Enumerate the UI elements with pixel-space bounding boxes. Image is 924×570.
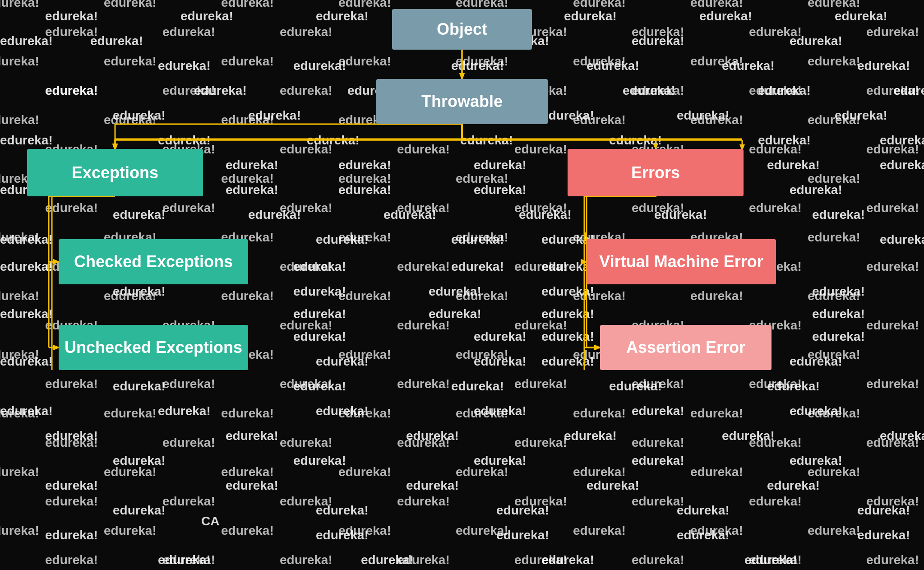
watermark-text: edureka! xyxy=(280,494,333,509)
watermark-text: edureka! xyxy=(316,528,369,542)
watermark-text: edureka! xyxy=(790,34,842,48)
watermark-text: edureka! xyxy=(866,25,919,39)
watermark-text: edureka! xyxy=(866,260,919,274)
watermark-text: edureka! xyxy=(248,108,301,123)
watermark-text: edureka! xyxy=(316,503,369,518)
watermark-text: edureka! xyxy=(790,404,842,418)
watermark-text: edureka! xyxy=(0,524,39,538)
watermark-text: edureka! xyxy=(113,454,166,468)
watermark-text: edureka! xyxy=(0,133,53,148)
watermark-text: edureka! xyxy=(474,454,527,468)
watermark-text: edureka! xyxy=(451,232,504,247)
throwable-node: Throwable xyxy=(376,79,548,124)
watermark-text: edureka! xyxy=(280,318,333,333)
watermark-text: edureka! xyxy=(866,553,919,567)
watermark-text: edureka! xyxy=(857,59,910,73)
watermark-text: edureka! xyxy=(866,142,919,157)
watermark-text: edureka! xyxy=(456,524,508,538)
unchecked-label: Unchecked Exceptions xyxy=(65,338,242,357)
watermark-text: edureka! xyxy=(293,379,346,394)
watermark-text: edureka! xyxy=(221,406,274,421)
watermark-text: edureka! xyxy=(573,54,626,69)
watermark-text: edureka! xyxy=(451,59,504,73)
watermark-text: edureka! xyxy=(564,429,617,443)
watermark-text: edureka! xyxy=(866,377,919,391)
watermark-text: edureka! xyxy=(812,307,865,321)
watermark-text: edureka! xyxy=(162,83,215,98)
watermark-text: edureka! xyxy=(722,59,775,73)
watermark-text: edureka! xyxy=(397,494,450,509)
watermark-text: edureka! xyxy=(573,524,626,538)
watermark-text: edureka! xyxy=(316,232,369,247)
watermark-text: edureka! xyxy=(45,478,98,493)
watermark-text: edureka! xyxy=(541,329,594,344)
watermark-text: edureka! xyxy=(632,454,684,468)
watermark-text: edureka! xyxy=(293,307,346,321)
watermark-text: edureka! xyxy=(514,553,567,567)
watermark-text: edureka! xyxy=(541,284,594,299)
watermark-text: edureka! xyxy=(632,25,684,39)
watermark-text: edureka! xyxy=(573,289,626,303)
watermark-text: edureka! xyxy=(361,553,414,567)
watermark-text: edureka! xyxy=(0,113,39,127)
watermark-text: edureka! xyxy=(541,553,594,567)
watermark-text: edureka! xyxy=(180,9,233,23)
watermark-text: edureka! xyxy=(690,0,743,10)
watermark-text: edureka! xyxy=(808,289,860,303)
watermark-text: edureka! xyxy=(0,34,53,48)
watermark-text: edureka! xyxy=(316,354,369,369)
watermark-text: edureka! xyxy=(162,553,215,567)
watermark-text: edureka! xyxy=(758,133,811,148)
watermark-text: edureka! xyxy=(758,83,811,98)
watermark-text: edureka! xyxy=(221,524,274,538)
watermark-text: edureka! xyxy=(338,158,391,172)
watermark-text: edureka! xyxy=(338,54,391,69)
watermark-text: edureka! xyxy=(767,379,820,394)
watermark-text: edureka! xyxy=(451,260,504,274)
checked-label: Checked Exceptions xyxy=(74,252,233,271)
exceptions-node: Exceptions xyxy=(27,149,203,196)
watermark-text: edureka! xyxy=(632,436,684,450)
watermark-text: edureka! xyxy=(749,201,802,215)
watermark-text: edureka! xyxy=(541,108,594,123)
watermark-text: edureka! xyxy=(280,25,333,39)
watermark-text: edureka! xyxy=(113,379,166,394)
watermark-text: edureka! xyxy=(45,9,98,23)
watermark-text: edureka! xyxy=(338,465,391,479)
watermark-text: edureka! xyxy=(690,524,743,538)
watermark-text: edureka! xyxy=(893,83,924,98)
watermark-text: edureka! xyxy=(397,318,450,333)
watermark-text: edureka! xyxy=(654,208,707,222)
watermark-text: edureka! xyxy=(808,406,860,421)
watermark-text: edureka! xyxy=(397,201,450,215)
watermark-text: edureka! xyxy=(104,465,157,479)
watermark-text: edureka! xyxy=(406,429,459,443)
watermark-text: edureka! xyxy=(496,503,549,518)
watermark-text: edureka! xyxy=(293,454,346,468)
watermark-text: edureka! xyxy=(456,171,508,186)
watermark-text: edureka! xyxy=(0,54,39,69)
watermark-text: edureka! xyxy=(514,318,567,333)
watermark-text: edureka! xyxy=(158,404,211,418)
watermark-text: edureka! xyxy=(158,133,211,148)
watermark-text: edureka! xyxy=(632,83,684,98)
watermark-text: edureka! xyxy=(808,524,860,538)
watermark-text: edureka! xyxy=(767,478,820,493)
watermark-text: edureka! xyxy=(293,329,346,344)
watermark-text: edureka! xyxy=(307,133,360,148)
watermark-text: edureka! xyxy=(113,503,166,518)
watermark-text: edureka! xyxy=(104,113,157,127)
watermark-text: edureka! xyxy=(397,142,450,157)
watermark-text: edureka! xyxy=(456,0,508,10)
watermark-text: edureka! xyxy=(767,158,820,172)
watermark-text: edureka! xyxy=(397,436,450,450)
watermark-text: edureka! xyxy=(808,465,860,479)
watermark-text: edureka! xyxy=(0,289,39,303)
watermark-text: edureka! xyxy=(866,436,919,450)
watermark-text: edureka! xyxy=(609,379,662,394)
watermark-text: edureka! xyxy=(749,377,802,391)
watermark-text: edureka! xyxy=(280,142,333,157)
watermark-text: edureka! xyxy=(632,34,684,48)
watermark-text: edureka! xyxy=(808,171,860,186)
watermark-text: edureka! xyxy=(0,230,39,245)
